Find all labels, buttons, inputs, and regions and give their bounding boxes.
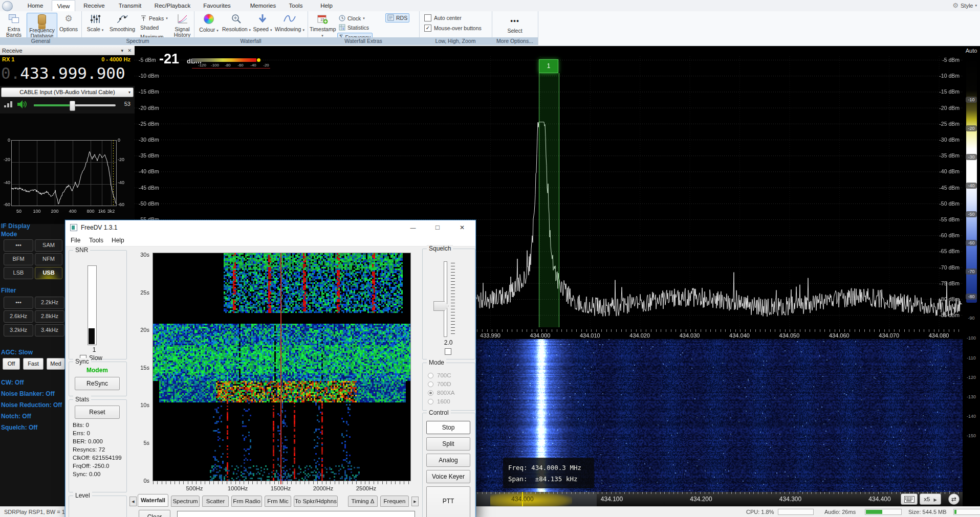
text-output-field[interactable] — [177, 511, 415, 517]
windowing-button[interactable]: Windowing ▾ — [274, 13, 306, 33]
signal-history-button[interactable]: Signal History — [171, 13, 193, 38]
audio-device-select[interactable]: CABLE Input (VB-Audio Virtual Cable) ▾ — [1, 87, 134, 97]
menu-help[interactable]: Help — [112, 237, 124, 244]
filter-more-button[interactable]: ••• — [4, 297, 33, 309]
tab-frm-mic[interactable]: Frm Mic — [265, 496, 291, 507]
range-gradient-slider[interactable] — [966, 59, 977, 303]
volume-slider[interactable] — [34, 104, 116, 106]
split-button[interactable]: Split — [426, 437, 470, 451]
waterfall-colour-legend[interactable] — [192, 58, 256, 62]
voice-keyer-button[interactable]: Voice Keyer — [426, 470, 470, 483]
maximize-button[interactable]: □ — [426, 220, 449, 235]
tab-help[interactable]: Help — [317, 0, 336, 11]
clock-button[interactable]: Clock ▾ — [337, 14, 366, 23]
analog-button[interactable]: Analog — [426, 454, 470, 467]
statistics-button[interactable]: 9 Statistics — [337, 24, 371, 32]
filter-32-button[interactable]: 3.2kHz — [4, 324, 33, 336]
select-button[interactable]: ••• Select — [503, 14, 527, 34]
radio-1600[interactable] — [428, 399, 433, 404]
tab-waterfall[interactable]: Waterfall — [138, 494, 168, 507]
tab-transmit[interactable]: Transmit — [116, 0, 144, 11]
stop-button[interactable]: Stop — [426, 421, 470, 434]
tab-scatter[interactable]: Scatter — [202, 496, 229, 507]
channel-marker-1[interactable]: 1 — [539, 59, 558, 73]
legend-marker-dot[interactable] — [257, 58, 260, 62]
tab-frm-radio[interactable]: Frm Radio — [231, 496, 262, 507]
tab-timing[interactable]: Timing Δ — [348, 496, 378, 507]
keyboard-entry-button[interactable] — [901, 493, 918, 505]
freedv-waterfall-plot[interactable] — [153, 253, 411, 481]
tab-view[interactable]: View — [52, 0, 75, 12]
frequency-database-button[interactable]: Frequency Database — [27, 13, 57, 39]
tab-favourites[interactable]: Favourites — [201, 0, 233, 11]
menu-file[interactable]: File — [71, 237, 80, 244]
tab-frequency[interactable]: Frequen — [380, 496, 409, 507]
filter-34-button[interactable]: 3.4kHz — [35, 324, 64, 336]
receive-panel-header[interactable]: Receive ▾ ✕ — [0, 46, 135, 55]
filter-26-button[interactable]: 2.6kHz — [4, 310, 33, 323]
close-button[interactable]: ✕ — [450, 220, 474, 235]
mode-bfm-button[interactable]: BFM — [4, 253, 33, 265]
mode-more-button[interactable]: ••• — [4, 239, 33, 252]
options-button[interactable]: ⚙ Options — [57, 13, 80, 32]
agc-off-button[interactable]: Off — [3, 358, 20, 370]
resolution-button[interactable]: Resolution ▾ — [222, 13, 251, 33]
frequency-display[interactable]: RX 1 0 - 4000 Hz 0.433.999.900 — [0, 55, 135, 86]
peaks-button[interactable]: Peaks ▾ — [139, 14, 169, 23]
mode-sam-button[interactable]: SAM — [35, 239, 62, 252]
scale-button[interactable]: Scale ▾ — [84, 13, 106, 33]
pan-swap-button[interactable]: ⇄ — [948, 493, 960, 505]
minimize-button[interactable]: — — [401, 220, 425, 235]
agc-med-button[interactable]: Med — [47, 358, 65, 370]
speed-button[interactable]: Speed ▾ — [252, 13, 273, 33]
extra-bands-button[interactable]: Extra Bands — [2, 13, 26, 38]
radio-700c[interactable] — [428, 373, 433, 378]
ptt-button[interactable]: PTT — [426, 486, 470, 517]
tab-spectrum[interactable]: Spectrum — [171, 496, 200, 507]
squelch-checkbox[interactable] — [445, 348, 451, 355]
colour-button[interactable]: Colour ▾ — [197, 13, 221, 33]
channel-filter-band[interactable] — [539, 73, 559, 327]
tuned-frequency[interactable]: 0.433.999.900 — [1, 64, 125, 82]
collapse-icon[interactable]: ▾ — [121, 46, 123, 55]
tab-memories[interactable]: Memories — [248, 0, 278, 11]
smoothing-button[interactable]: Smoothing — [108, 13, 137, 32]
app-menu-orb[interactable] — [2, 1, 13, 11]
resync-button[interactable]: ReSync — [75, 377, 120, 390]
radio-800xa[interactable] — [428, 390, 433, 396]
rds-button[interactable]: RDS — [385, 13, 409, 23]
close-icon[interactable]: ✕ — [127, 46, 132, 55]
ribbon-group-more-options: ••• Select More Options... — [492, 11, 538, 45]
zoom-x5-button[interactable]: x5 ▶ — [920, 493, 941, 505]
freedv-title-bar[interactable]: FreeDV 1.3.1 — □ ✕ — [66, 220, 475, 235]
freedv-waterfall-display[interactable] — [153, 253, 410, 481]
tab-tools[interactable]: Tools — [286, 0, 306, 11]
style-control[interactable]: ⚙ Style ▾ — [952, 1, 977, 10]
reset-button[interactable]: Reset — [75, 406, 120, 419]
radio-700d[interactable] — [428, 381, 433, 387]
mode-lsb-button[interactable]: LSB — [4, 267, 33, 279]
volume-handle[interactable] — [70, 101, 75, 111]
mode-usb-button[interactable]: USB — [35, 267, 62, 279]
mouse-over-buttons-checkbox[interactable]: ✓ Mouse-over buttons — [424, 25, 482, 32]
power-reading: -21 — [159, 51, 179, 67]
tabs-scroll-left[interactable]: ◀ — [129, 497, 137, 506]
menu-tools[interactable]: Tools — [89, 237, 103, 244]
tab-home[interactable]: Home — [23, 0, 48, 11]
clear-button[interactable]: Clear — [139, 510, 170, 517]
auto-range-button[interactable]: Auto — [963, 48, 980, 54]
tab-rec-playback[interactable]: Rec/Playback — [151, 0, 193, 11]
freedv-window[interactable]: FreeDV 1.3.1 — □ ✕ File Tools Help SNR 1… — [65, 220, 476, 517]
filter-22-button[interactable]: 2.2kHz — [35, 297, 64, 309]
tabs-scroll-right[interactable]: ▶ — [411, 497, 419, 506]
tab-receive[interactable]: Receive — [81, 0, 107, 11]
shaded-button[interactable]: Shaded — [139, 24, 160, 32]
filter-28-button[interactable]: 2.8kHz — [35, 310, 64, 323]
agc-fast-button[interactable]: Fast — [23, 358, 43, 370]
speaker-icon[interactable] — [16, 100, 28, 111]
mode-nfm-button[interactable]: NFM — [35, 253, 62, 265]
timestamp-button[interactable]: 15 Timestamp ▾ — [310, 13, 335, 38]
auto-center-checkbox[interactable]: Auto center — [424, 14, 462, 21]
squelch-slider[interactable] — [444, 261, 447, 337]
tab-to-spkr[interactable]: To Spkr/Hdphns — [294, 496, 338, 507]
